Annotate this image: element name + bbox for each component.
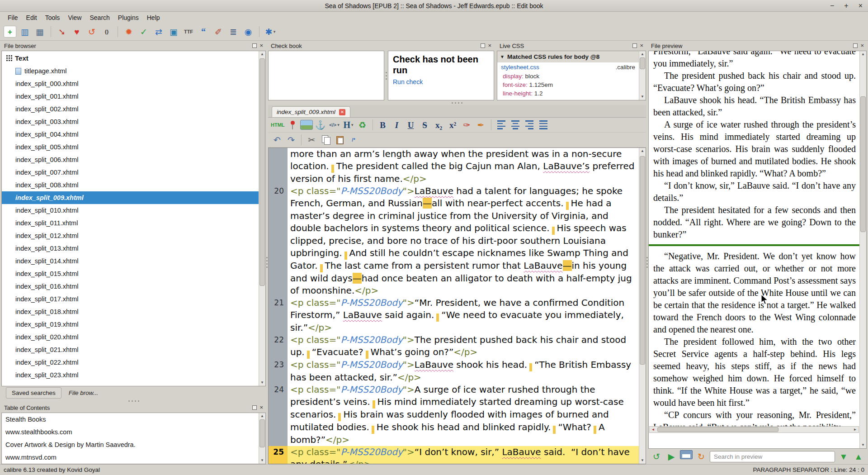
scroll-down-icon[interactable]: ▼ — [259, 457, 265, 464]
css-scrollbar[interactable]: ▲ ▼ — [639, 51, 646, 100]
close-window-button[interactable]: × — [859, 2, 863, 10]
pointer-tool-icon[interactable]: ➘ — [56, 25, 68, 38]
donate-icon[interactable]: ♥ — [71, 25, 83, 38]
code-editor[interactable]: more than an arm’s length away when the … — [269, 148, 639, 464]
menu-file[interactable]: File — [4, 13, 22, 23]
preview-hscrollbar[interactable]: ◄ ► — [649, 426, 859, 433]
splitter-handle[interactable] — [268, 100, 646, 105]
file-item[interactable]: index_split_019.xhtml — [2, 318, 259, 331]
file-item[interactable]: index_split_013.xhtml — [2, 242, 259, 255]
float-panel-icon[interactable] — [252, 405, 257, 410]
preview-search-input[interactable] — [710, 451, 835, 462]
check-book-icon[interactable]: ↺ — [85, 25, 98, 38]
code-line[interactable]: 22<p class="P-MSS20Body">The president p… — [269, 334, 639, 359]
browser-icon[interactable]: ◉ — [242, 25, 255, 38]
code-line[interactable]: 23<p class="P-MSS20Body">LaBauve shook h… — [269, 359, 639, 384]
insert-image-icon[interactable] — [300, 120, 313, 130]
find-next-icon[interactable]: ▼ — [837, 450, 850, 463]
scroll-up-icon[interactable]: ▲ — [259, 51, 265, 57]
minimize-button[interactable]: − — [830, 2, 834, 10]
align-justify-icon[interactable] — [537, 119, 550, 131]
superscript-icon[interactable]: x² — [447, 119, 459, 131]
spellcheck-icon[interactable]: ✓ — [137, 25, 150, 38]
toc-item[interactable]: Cover Artwork & Design by Martin Saavedr… — [2, 438, 259, 451]
sync-position-icon[interactable] — [680, 450, 693, 459]
scroll-thumb[interactable] — [640, 156, 645, 365]
reports-icon[interactable]: ≣ — [227, 25, 240, 38]
file-item[interactable]: index_split_004.xhtml — [2, 128, 259, 141]
code-line[interactable]: 21<p class="P-MSS20Body">“Mr. President,… — [269, 297, 639, 334]
file-item[interactable]: index_split_023.xhtml — [2, 369, 259, 381]
file-item[interactable]: index_split_016.xhtml — [2, 280, 259, 293]
subscript-icon[interactable]: x₂ — [433, 119, 445, 131]
toc-item[interactable]: Stealth Books — [2, 413, 259, 426]
splitter-handle[interactable] — [1, 399, 266, 403]
file-item[interactable]: index_split_012.xhtml — [2, 229, 259, 242]
align-center-icon[interactable] — [509, 119, 522, 131]
float-panel-icon[interactable] — [632, 43, 637, 48]
new-file-icon[interactable]: + — [4, 26, 16, 38]
maximize-button[interactable]: + — [844, 2, 848, 10]
paste-icon[interactable] — [333, 133, 346, 146]
file-item[interactable]: index_split_018.xhtml — [2, 305, 259, 318]
close-panel-icon[interactable]: × — [259, 43, 263, 48]
file-item[interactable]: index_split_002.xhtml — [2, 103, 259, 115]
file-item[interactable]: index_split_017.xhtml — [2, 293, 259, 305]
scroll-thumb[interactable] — [657, 427, 778, 432]
scroll-up-icon[interactable]: ▲ — [639, 148, 646, 154]
quotes-icon[interactable]: “ — [197, 25, 210, 38]
insert-link-icon[interactable]: ⚓ — [314, 119, 327, 131]
file-item[interactable]: index_split_014.xhtml — [2, 255, 259, 267]
images-icon[interactable]: ▣ — [167, 25, 180, 38]
splitter-handle[interactable] — [646, 257, 648, 268]
editor-tab[interactable]: index_split_009.xhtml ✕ — [272, 106, 350, 117]
file-item[interactable]: index_split_021.xhtml — [2, 343, 259, 356]
insert-tag-icon[interactable]: </>▾ — [328, 119, 341, 131]
find-prev-icon[interactable]: ▲ — [852, 450, 865, 463]
editor-scrollbar[interactable]: ▲ ▼ — [639, 148, 646, 464]
scroll-up-icon[interactable]: ▲ — [259, 413, 265, 419]
reload-icon[interactable]: ↻ — [695, 450, 708, 463]
toc-scrollbar[interactable]: ▲ ▼ — [259, 413, 265, 464]
copy-icon[interactable] — [319, 133, 332, 146]
refresh-preview-icon[interactable]: ↺ — [650, 450, 663, 463]
file-item[interactable]: index_split_011.xhtml — [2, 217, 259, 229]
fonts-icon[interactable]: TTF — [182, 25, 195, 38]
menu-help[interactable]: Help — [143, 13, 164, 23]
menu-view[interactable]: View — [64, 13, 85, 23]
bold-icon[interactable]: B — [377, 119, 389, 131]
close-panel-icon[interactable]: × — [488, 43, 491, 48]
close-panel-icon[interactable]: × — [860, 43, 864, 48]
align-right-icon[interactable] — [523, 119, 536, 131]
scroll-thumb[interactable] — [640, 57, 645, 69]
toc-item[interactable]: www.stealthbooks.com — [2, 426, 259, 438]
scroll-left-icon[interactable]: ◄ — [650, 428, 656, 432]
file-item[interactable]: index_split_008.xhtml — [2, 179, 259, 191]
float-panel-icon[interactable] — [853, 43, 858, 48]
fix-html-icon[interactable]: ♻ — [356, 119, 369, 131]
splitter-handle[interactable] — [384, 51, 388, 100]
code-line[interactable]: more than an arm’s length away when the … — [269, 148, 639, 185]
menu-tools[interactable]: Tools — [41, 13, 64, 23]
file-item[interactable]: index_split_003.xhtml — [2, 115, 259, 128]
scroll-right-icon[interactable]: ► — [852, 428, 859, 432]
code-line[interactable]: 20<p class="P-MSS20Body">LaBauve had a t… — [269, 185, 639, 297]
smarten-punctuation-icon[interactable]: ✑ — [461, 119, 473, 131]
file-item[interactable]: index_split_020.xhtml — [2, 331, 259, 343]
code-line[interactable]: 25<p class="P-MSS20Body">“I don’t know, … — [269, 446, 639, 464]
open-book-icon[interactable]: ▥ — [19, 25, 31, 38]
file-item[interactable]: index_split_000.xhtml — [2, 77, 259, 90]
stylesheet-link[interactable]: stylesheet.css — [501, 64, 539, 71]
arrange-icon[interactable]: ⇄ — [152, 25, 165, 38]
code-line[interactable]: 24<p class="P-MSS20Body">A surge of ice … — [269, 384, 639, 446]
run-preview-icon[interactable]: ▶ — [665, 450, 678, 463]
scroll-down-icon[interactable]: ▼ — [639, 94, 646, 100]
cut-icon[interactable]: ✂ — [305, 133, 318, 146]
close-panel-icon[interactable]: × — [640, 43, 643, 48]
remove-formatting-icon[interactable]: ✒ — [475, 119, 487, 131]
file-section-text[interactable]: Text — [2, 51, 259, 65]
tab-file-browser[interactable]: File brow... — [63, 388, 104, 398]
heading-icon[interactable]: H▾ — [342, 119, 355, 131]
float-panel-icon[interactable] — [481, 43, 485, 48]
close-panel-icon[interactable]: × — [259, 405, 263, 410]
